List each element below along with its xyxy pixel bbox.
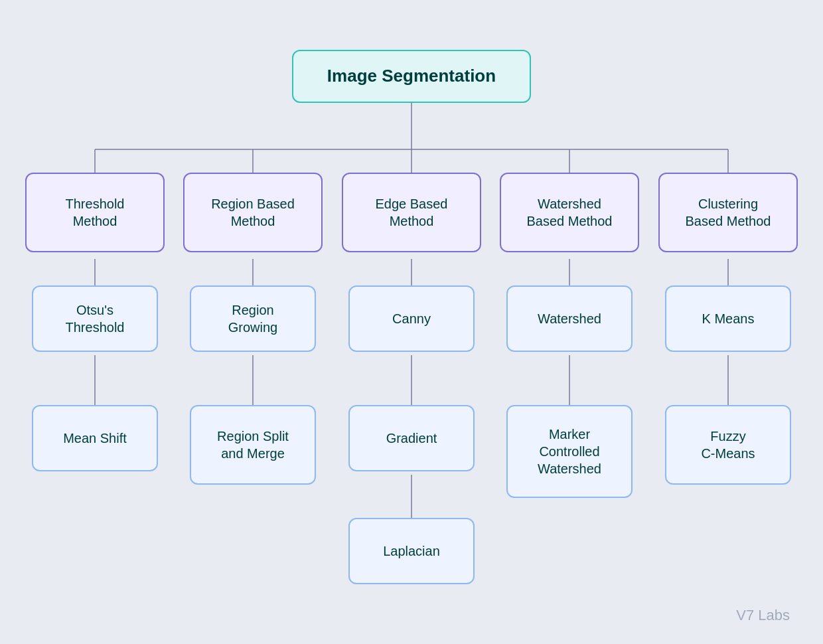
region-label: Region Based Method — [211, 195, 295, 230]
edge-based-method-node: Edge Based Method — [342, 173, 481, 252]
watershed-label: Watershed — [538, 310, 601, 327]
otsu-label: Otsu's Threshold — [66, 301, 125, 336]
gradient-node: Gradient — [348, 405, 475, 471]
clustering-based-method-node: Clustering Based Method — [658, 173, 798, 252]
root-node: Image Segmentation — [292, 50, 531, 103]
watermark: V7 Labs — [736, 607, 790, 624]
fuzzy-cmeans-node: Fuzzy C-Means — [665, 405, 791, 485]
region-based-method-node: Region Based Method — [183, 173, 323, 252]
laplacian-label: Laplacian — [383, 542, 440, 560]
canny-node: Canny — [348, 285, 475, 352]
otsu-threshold-node: Otsu's Threshold — [32, 285, 158, 352]
mean-shift-node: Mean Shift — [32, 405, 158, 471]
region-growing-label: Region Growing — [228, 301, 277, 336]
marker-controlled-watershed-node: Marker Controlled Watershed — [506, 405, 633, 498]
k-means-node: K Means — [665, 285, 791, 352]
threshold-method-node: Threshold Method — [25, 173, 165, 252]
watershed-node: Watershed — [506, 285, 633, 352]
region-split-merge-node: Region Split and Merge — [190, 405, 316, 485]
laplacian-node: Laplacian — [348, 518, 475, 584]
fuzzycmeans-label: Fuzzy C-Means — [701, 428, 755, 462]
threshold-label: Threshold Method — [66, 195, 125, 230]
marker-watershed-label: Marker Controlled Watershed — [538, 426, 601, 477]
region-split-label: Region Split and Merge — [217, 428, 289, 462]
gradient-label: Gradient — [386, 430, 437, 447]
edge-label: Edge Based Method — [376, 195, 448, 230]
root-label: Image Segmentation — [327, 65, 496, 88]
canny-label: Canny — [392, 310, 431, 327]
region-growing-node: Region Growing — [190, 285, 316, 352]
watershed-method-label: Watershed Based Method — [527, 195, 613, 230]
kmeans-label: K Means — [702, 310, 755, 327]
watershed-based-method-node: Watershed Based Method — [500, 173, 639, 252]
meanshift-label: Mean Shift — [63, 430, 127, 447]
clustering-label: Clustering Based Method — [686, 195, 771, 230]
